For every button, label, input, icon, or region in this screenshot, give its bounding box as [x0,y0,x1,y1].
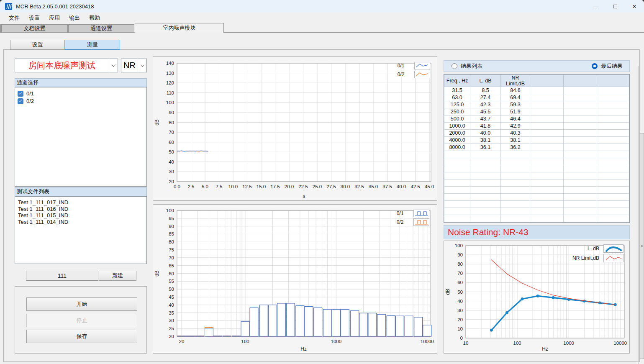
subtab-0[interactable]: 设置 [10,40,65,50]
file-item-2[interactable]: Test 1_111_015_IND [15,212,146,219]
radio-result-list-label: 结果列表 [461,62,482,70]
menu-item-2[interactable]: 应用 [44,13,64,23]
legend-thick-line-icon [603,244,623,253]
collapse-panel-handle[interactable]: < [639,133,644,359]
table-row[interactable]: 125.042.359.3 [444,101,629,108]
new-button[interactable]: 新建 [99,271,136,281]
table-cell: 42.9 [501,123,530,130]
table-row[interactable]: 250.045.551.9 [444,108,629,115]
svg-text:80: 80 [169,120,174,125]
stop-button-label: 停止 [77,317,87,324]
tab-2[interactable]: 室内噪声模块 [135,23,224,33]
file-name-input[interactable]: 111 [26,271,98,281]
svg-text:s: s [303,193,305,199]
test-type-combo[interactable]: 房间本底噪声测试 [15,59,118,72]
minimize-button[interactable]: — [586,0,606,13]
checkbox-icon[interactable] [18,98,23,104]
svg-text:30.0: 30.0 [341,184,350,189]
table-row[interactable] [444,187,629,194]
menu-item-4[interactable]: 帮助 [85,13,105,23]
chevron-down-icon[interactable] [138,59,146,72]
svg-text:110: 110 [167,90,174,95]
file-item-0[interactable]: Test 1_111_017_IND [15,199,146,206]
spectrum-chart-panel: 2010010001000020253035404550556065707580… [153,204,437,354]
table-cell [501,172,530,179]
table-header-cell: Freq., Hz [444,75,470,87]
menu-item-0[interactable]: 文件 [4,13,24,23]
maximize-button[interactable] [606,0,625,13]
channel-item-0[interactable]: 0/1 [15,90,146,97]
table-row[interactable] [444,158,629,165]
table-row[interactable]: 8000.036.136.2 [444,144,629,151]
file-item-3[interactable]: Test 1_111_014_IND [15,219,146,226]
svg-text:120: 120 [166,80,174,85]
radio-icon[interactable] [452,63,457,69]
table-row[interactable] [444,201,629,208]
table-cell [564,151,597,158]
table-cell [564,137,597,144]
file-item-1[interactable]: Test 1_111_016_IND [15,206,146,213]
svg-text:1000: 1000 [563,341,574,346]
svg-text:Hz: Hz [542,346,548,352]
table-cell: 63.0 [444,94,470,101]
table-cell [597,130,629,137]
table-row[interactable] [444,194,629,201]
table-row[interactable]: 1000.041.842.9 [444,123,629,130]
tab-1[interactable]: 通道设置 [68,24,134,33]
table-row[interactable] [444,208,629,215]
svg-text:20: 20 [179,339,185,344]
radio-last-result[interactable]: 最后结果 [592,62,623,70]
checkbox-icon[interactable] [18,91,23,97]
table-cell [530,101,564,108]
table-row[interactable]: 4000.038.138.1 [444,137,629,144]
table-cell [530,165,564,172]
file-listbox[interactable]: Test 1_111_017_INDTest 1_111_016_INDTest… [15,196,147,264]
nr-standard-combo[interactable]: NR [121,59,147,72]
channel-item-1[interactable]: 0/2 [15,97,146,105]
menu-bar: 文件设置应用输出帮助 [0,13,644,23]
start-button[interactable]: 开始 [26,297,137,311]
table-row[interactable] [444,165,629,172]
legend-label: NR Limit,dB [563,255,599,261]
collapse-left-icon: < [641,244,643,248]
table-row[interactable]: 63.027.469.4 [444,94,629,101]
legend-entry-0: 0/1 [391,210,429,217]
close-button[interactable]: ✕ [625,0,644,13]
svg-text:27.5: 27.5 [326,184,336,189]
table-row[interactable]: 500.043.746.4 [444,115,629,123]
table-row[interactable] [444,179,629,187]
time-history-chart-panel: 0.02.55.07.510.012.515.017.520.022.525.0… [153,56,437,201]
svg-text:5.0: 5.0 [202,184,208,189]
chevron-down-icon[interactable] [109,59,118,72]
radio-icon-selected[interactable] [592,63,598,69]
app-logo-icon [5,3,12,10]
menu-item-3[interactable]: 输出 [64,13,85,23]
table-cell [597,158,629,165]
table-cell [597,144,629,151]
table-header-cell [530,75,564,87]
table-cell [564,179,597,187]
table-row[interactable]: 31.58.584.6 [444,87,629,94]
table-cell [564,123,597,130]
svg-text:50: 50 [169,287,174,292]
nr-combo-value: NR [121,61,138,70]
channel-listbox[interactable]: 0/10/2 [15,87,147,187]
tab-0[interactable]: 文档设置 [1,24,68,33]
radio-result-list[interactable]: 结果列表 [452,62,482,70]
table-row[interactable]: 2000.040.040.3 [444,130,629,137]
table-cell [470,194,501,201]
table-row[interactable] [444,215,629,222]
menu-item-1[interactable]: 设置 [24,13,44,23]
save-button[interactable]: 保存 [26,330,137,343]
legend-label: 0/2 [392,72,410,77]
subtab-1[interactable]: 测量 [65,40,120,50]
table-cell [470,165,501,172]
table-cell [597,108,629,115]
svg-text:20: 20 [457,317,463,322]
svg-text:7.5: 7.5 [216,184,222,189]
table-cell [501,165,530,172]
table-row[interactable] [444,151,629,158]
table-row[interactable] [444,172,629,179]
table-cell [444,208,470,215]
table-cell [564,165,597,172]
